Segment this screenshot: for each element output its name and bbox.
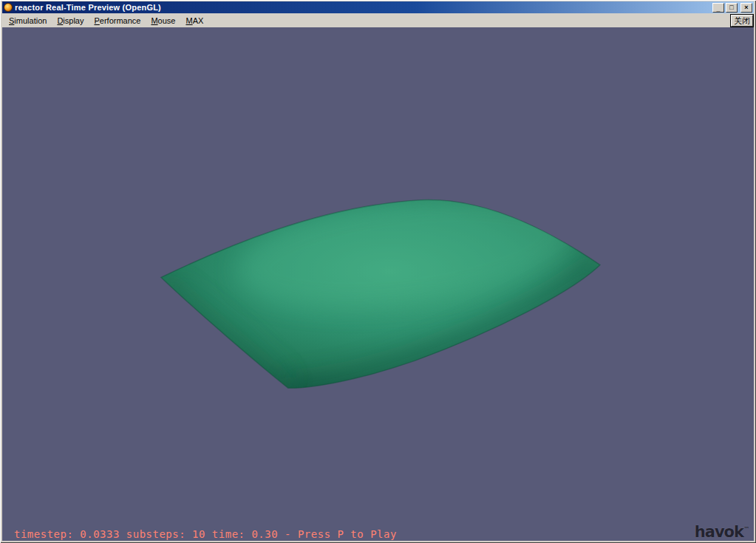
- menu-max[interactable]: MAX: [180, 15, 208, 27]
- menu-performance[interactable]: Performance: [89, 15, 146, 27]
- maximize-icon: □: [726, 4, 737, 11]
- minimize-icon: _: [713, 5, 723, 13]
- window-title: reactor Real-Time Preview (OpenGL): [15, 1, 712, 13]
- minimize-button[interactable]: _: [712, 3, 724, 13]
- havok-logo-text: havok: [695, 523, 743, 541]
- simulation-status-text: timestep: 0.0333 substeps: 10 time: 0.30…: [14, 528, 397, 540]
- close-chinese-button[interactable]: 关闭: [731, 15, 753, 27]
- opengl-viewport[interactable]: timestep: 0.0333 substeps: 10 time: 0.30…: [2, 27, 754, 541]
- havok-trademark: ™: [743, 526, 749, 533]
- maximize-button[interactable]: □: [726, 3, 738, 13]
- pillow-cloth-render: [2, 27, 754, 541]
- window-controls: _ □ ×: [712, 3, 752, 13]
- menubar: Simulation Display Performance Mouse MAX…: [2, 13, 754, 27]
- reactor-preview-window: reactor Real-Time Preview (OpenGL) _ □ ×…: [0, 0, 756, 543]
- menu-simulation[interactable]: Simulation: [4, 15, 52, 27]
- menu-mouse[interactable]: Mouse: [146, 15, 180, 27]
- close-button[interactable]: ×: [740, 3, 752, 13]
- close-icon: ×: [741, 4, 752, 11]
- menu-display[interactable]: Display: [52, 15, 89, 27]
- reactor-app-icon: [4, 3, 13, 12]
- havok-logo: havok™: [695, 523, 749, 541]
- titlebar[interactable]: reactor Real-Time Preview (OpenGL) _ □ ×: [2, 1, 754, 13]
